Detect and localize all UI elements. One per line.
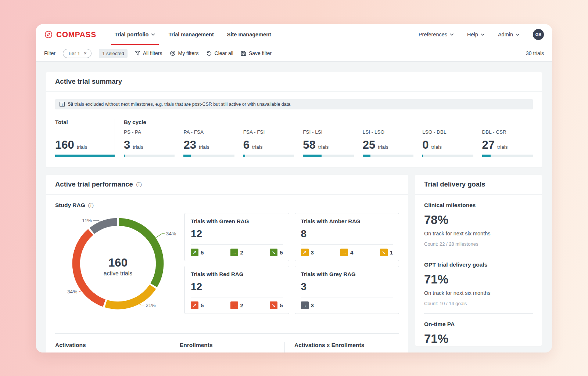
content-area: Active trial summary ! 58 trials exclude… xyxy=(36,62,552,352)
goal-clinical-milestones: Clinical milestones 78% On track for nex… xyxy=(415,195,542,247)
donut-label-red: 34% xyxy=(67,289,77,294)
info-icon[interactable]: ⓘ xyxy=(136,182,142,187)
trend-up-icon: ↗ xyxy=(301,249,309,256)
trend-flat-icon: → xyxy=(340,249,348,256)
chevron-down-icon xyxy=(450,33,454,36)
nav-tabs: Trial portfolio Trial management Site ma… xyxy=(108,24,278,45)
avatar[interactable]: GB xyxy=(533,29,544,40)
enrollments-section-title: Enrollments xyxy=(170,342,284,352)
trend-flat-icon: → xyxy=(301,301,309,309)
goal-gpt-trial-delivery: GPT trial delivery goals 71% On track fo… xyxy=(415,254,542,306)
cycle-progress-bar xyxy=(422,155,473,157)
green-rag-card: Trials with Green RAG 12 ↗5 →2 ↘5 xyxy=(184,213,289,261)
stat-cycle-fsa-fsi: FSA - FSI 6trials xyxy=(243,129,294,157)
goal-on-time-pa: On-time PA 71% xyxy=(415,314,542,346)
summary-title: Active trial summary xyxy=(55,77,122,86)
tab-trial-management[interactable]: Trial management xyxy=(162,24,220,45)
undo-icon xyxy=(206,50,212,56)
stat-cycle-ps-pa: PS - PA 3trials xyxy=(124,129,175,157)
donut-label-green: 34% xyxy=(166,231,176,237)
cycle-progress-bar xyxy=(183,155,234,157)
all-filters-button[interactable]: All filters xyxy=(135,50,162,56)
close-icon[interactable]: ✕ xyxy=(83,51,87,56)
total-progress-bar xyxy=(55,155,115,157)
donut-label-amber: 21% xyxy=(146,303,156,308)
filter-label: Filter xyxy=(44,50,55,56)
stat-cycle-fsi-lsi: FSI - LSI 58trials xyxy=(303,129,354,157)
amber-rag-card: Trials with Amber RAG 8 ↗3 →4 ↘1 xyxy=(295,213,399,261)
alert-square-icon: ! xyxy=(60,102,65,107)
my-filters-button[interactable]: My filters xyxy=(170,50,199,56)
filter-chip-tier1[interactable]: Tier 1 ✕ xyxy=(63,49,92,58)
nav-right: Preferences Help Admin GB xyxy=(419,29,544,40)
chevron-down-icon xyxy=(516,33,520,36)
help-menu[interactable]: Help xyxy=(467,32,485,37)
activations-section-title: Activations xyxy=(55,342,170,352)
performance-bottom-sections: Activations Enrollments Activations x En… xyxy=(55,333,399,352)
donut-label-grey: 11% xyxy=(82,218,92,223)
active-trial-performance-card: Active trial performance ⓘ Study RAG ⓘ xyxy=(46,175,408,352)
trend-down-icon: ↘ xyxy=(380,249,388,256)
clear-all-button[interactable]: Clear all xyxy=(206,50,233,56)
vertical-divider xyxy=(115,119,115,157)
red-rag-card: Trials with Red RAG 12 ↗5 →2 ↘5 xyxy=(184,266,289,314)
excluded-trials-notice: ! 58 trials excluded without next milest… xyxy=(55,99,533,109)
study-rag-donut-chart: 34% 21% 34% 11% 160 active trials xyxy=(55,210,184,322)
trend-flat-icon: → xyxy=(230,249,238,256)
summary-body: ! 58 trials excluded without next milest… xyxy=(46,92,542,167)
target-circle-icon xyxy=(170,50,176,56)
stat-cycle-lsi-lso: LSI - LSO 25trials xyxy=(363,129,413,157)
study-rag-label: Study RAG ⓘ xyxy=(55,202,399,209)
summary-stats-row: Total 160 trials By cycle PS - PA xyxy=(55,119,533,157)
selected-count-badge: 1 selected xyxy=(99,49,127,58)
notice-number: 58 xyxy=(68,102,73,107)
performance-card-header: Active trial performance ⓘ xyxy=(46,175,408,195)
trend-flat-icon: → xyxy=(230,301,238,309)
by-cycle-group: By cycle PS - PA 3trials PA - FSA 23tria… xyxy=(124,119,533,157)
donut-center-label: active trials xyxy=(104,270,132,276)
filter-bar: Filter Tier 1 ✕ 1 selected All filters M… xyxy=(36,45,552,62)
trend-down-icon: ↘ xyxy=(270,249,277,256)
stat-cycle-lso-dbl: LSO - DBL 0trials xyxy=(422,129,473,157)
info-icon[interactable]: ⓘ xyxy=(88,203,94,208)
trend-up-icon: ↗ xyxy=(191,301,198,309)
admin-menu[interactable]: Admin xyxy=(498,32,520,37)
tab-trial-portfolio[interactable]: Trial portfolio xyxy=(108,24,162,45)
summary-card-header: Active trial summary xyxy=(46,72,542,92)
goals-card-header: Trial delivery goals xyxy=(415,175,542,195)
goals-title: Trial delivery goals xyxy=(424,180,485,188)
trend-down-icon: ↘ xyxy=(270,301,277,309)
save-filter-button[interactable]: Save filter xyxy=(241,50,272,56)
brand[interactable]: COMPASS xyxy=(44,30,96,39)
save-icon xyxy=(241,51,246,56)
cycle-progress-bar xyxy=(124,155,175,157)
chevron-down-icon xyxy=(151,33,155,36)
cycle-progress-bar xyxy=(243,155,294,157)
notice-text: trials excluded without next milestones,… xyxy=(74,102,290,107)
rag-cards-grid: Trials with Green RAG 12 ↗5 →2 ↘5 xyxy=(184,213,399,322)
total-value: 160 xyxy=(55,139,74,151)
stat-cycle-dbl-csr: DBL - CSR 27trials xyxy=(482,129,533,157)
compass-logo-icon xyxy=(44,30,53,39)
chevron-down-icon xyxy=(481,33,485,36)
cycle-progress-bar xyxy=(482,155,533,157)
active-trial-summary-card: Active trial summary ! 58 trials exclude… xyxy=(46,72,542,167)
performance-title: Active trial performance xyxy=(55,180,133,188)
trend-up-icon: ↗ xyxy=(191,249,198,256)
preferences-menu[interactable]: Preferences xyxy=(419,32,454,37)
funnel-icon xyxy=(135,51,140,56)
app-window: COMPASS Trial portfolio Trial management… xyxy=(36,24,552,352)
brand-name: COMPASS xyxy=(56,30,96,39)
cycle-progress-bar xyxy=(363,155,413,157)
cycle-progress-bar xyxy=(303,155,354,157)
tab-site-management[interactable]: Site management xyxy=(220,24,278,45)
trial-count: 30 trials xyxy=(526,50,544,56)
grey-rag-card: Trials with Grey RAG 3 →3 xyxy=(295,266,399,314)
stat-total: Total 160 trials xyxy=(55,119,115,157)
top-nav: COMPASS Trial portfolio Trial management… xyxy=(36,24,552,45)
trial-delivery-goals-card: Trial delivery goals Clinical milestones… xyxy=(415,175,542,346)
stat-cycle-pa-fsa: PA - FSA 23trials xyxy=(183,129,234,157)
donut-center-value: 160 xyxy=(108,256,128,269)
activations-x-enrollments-section-title: Activations x Enrollments xyxy=(284,342,399,352)
